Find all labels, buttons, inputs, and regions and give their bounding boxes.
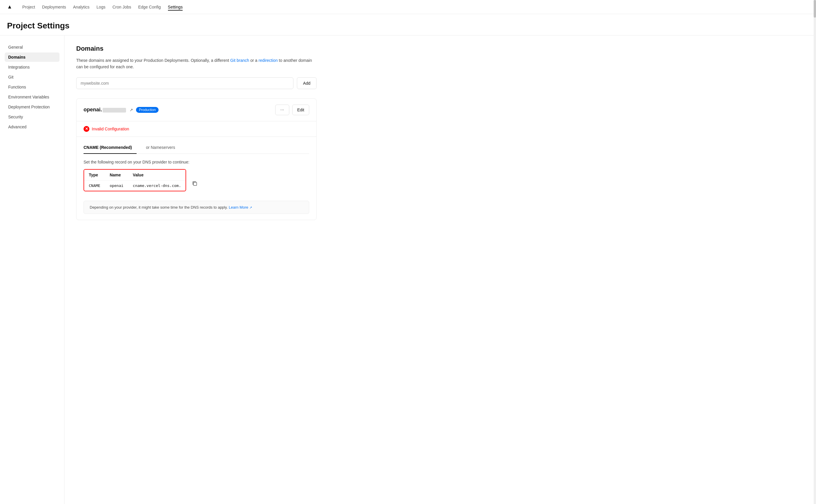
domain-name-row: openai. ↗ Production [84, 107, 159, 113]
description-text: These domains are assigned to your Produ… [76, 58, 230, 63]
sidebar-item-integrations[interactable]: Integrations [5, 62, 59, 72]
main-content: Domains These domains are assigned to yo… [64, 35, 328, 504]
sidebar-item-advanced[interactable]: Advanced [5, 122, 59, 132]
dns-table: Type Name Value CNAME openai cname.verce… [84, 170, 186, 191]
domain-card: openai. ↗ Production ··· Edit ✕ Invalid … [76, 98, 317, 220]
logo-icon[interactable]: ▲ [7, 4, 13, 10]
dns-table-row: Type Name Value CNAME openai cname.verce… [84, 169, 309, 196]
learn-more-icon: ↗ [249, 206, 252, 209]
edit-domain-button[interactable]: Edit [292, 105, 309, 115]
sidebar-item-domains[interactable]: Domains [5, 52, 59, 62]
domain-name: openai. [84, 107, 127, 113]
domains-title: Domains [76, 45, 317, 52]
error-icon: ✕ [84, 126, 89, 132]
layout: General Domains Integrations Git Functio… [0, 35, 816, 504]
sidebar-item-git[interactable]: Git [5, 72, 59, 82]
dns-record-type: CNAME [84, 180, 105, 191]
learn-more-link[interactable]: Learn More ↗ [229, 205, 252, 210]
redirection-link[interactable]: redirection [259, 58, 278, 63]
tab-cname[interactable]: CNAME (Recommended) [84, 143, 137, 154]
svg-rect-0 [193, 182, 197, 185]
dns-col-value: Value [128, 170, 186, 181]
domain-card-header: openai. ↗ Production ··· Edit [77, 99, 316, 121]
nav-project[interactable]: Project [22, 4, 35, 11]
sidebar-item-general[interactable]: General [5, 42, 59, 52]
page-title: Project Settings [7, 21, 809, 30]
invalid-config-row: ✕ Invalid Configuration [77, 121, 316, 137]
nav-cron-jobs[interactable]: Cron Jobs [113, 4, 131, 11]
add-domain-button[interactable]: Add [297, 77, 317, 89]
sidebar-item-deployment-protection[interactable]: Deployment Protection [5, 102, 59, 112]
dns-record-name: openai [105, 180, 128, 191]
nav-edge-config[interactable]: Edge Config [138, 4, 161, 11]
dns-config-section: CNAME (Recommended) or Nameservers Set t… [77, 137, 316, 220]
copy-button-area [191, 169, 198, 188]
nav-deployments[interactable]: Deployments [42, 4, 66, 11]
dns-instruction: Set the following record on your DNS pro… [84, 160, 309, 164]
sidebar-item-security[interactable]: Security [5, 112, 59, 122]
external-link-icon[interactable]: ↗ [130, 108, 133, 112]
page-header: Project Settings [0, 14, 816, 35]
dns-table-wrapper: Type Name Value CNAME openai cname.verce… [84, 169, 186, 191]
more-options-button[interactable]: ··· [275, 105, 289, 115]
dns-record-row: CNAME openai cname.vercel-dns.com. [84, 180, 186, 191]
nav-settings[interactable]: Settings [168, 4, 183, 11]
dns-col-name: Name [105, 170, 128, 181]
dns-tabs: CNAME (Recommended) or Nameservers [84, 143, 309, 154]
info-note: Depending on your provider, it might tak… [84, 201, 309, 214]
domain-input-row: Add [76, 77, 317, 89]
scrollbar-thumb[interactable] [814, 0, 816, 18]
tab-nameservers[interactable]: or Nameservers [146, 143, 180, 154]
sidebar-item-env-vars[interactable]: Environment Variables [5, 92, 59, 102]
nav-logs[interactable]: Logs [96, 4, 105, 11]
production-badge: Production [136, 107, 159, 113]
domain-card-actions: ··· Edit [275, 105, 309, 115]
domains-description: These domains are assigned to your Produ… [76, 57, 317, 70]
copy-icon[interactable] [191, 180, 198, 188]
domain-name-redacted [103, 108, 126, 113]
dns-col-type: Type [84, 170, 105, 181]
sidebar-item-functions[interactable]: Functions [5, 82, 59, 92]
invalid-config-text: Invalid Configuration [92, 127, 129, 131]
nav-analytics[interactable]: Analytics [73, 4, 89, 11]
sidebar: General Domains Integrations Git Functio… [0, 35, 64, 504]
description-middle: or a [249, 58, 259, 63]
tab-separator [137, 143, 146, 154]
info-note-text: Depending on your provider, it might tak… [90, 205, 229, 210]
git-branch-link[interactable]: Git branch [230, 58, 249, 63]
scrollbar-track[interactable] [814, 0, 816, 504]
top-navigation: ▲ Project Deployments Analytics Logs Cro… [0, 0, 816, 14]
domain-input[interactable] [76, 77, 293, 89]
dns-record-value: cname.vercel-dns.com. [128, 180, 186, 191]
domain-name-prefix: openai. [84, 107, 102, 113]
